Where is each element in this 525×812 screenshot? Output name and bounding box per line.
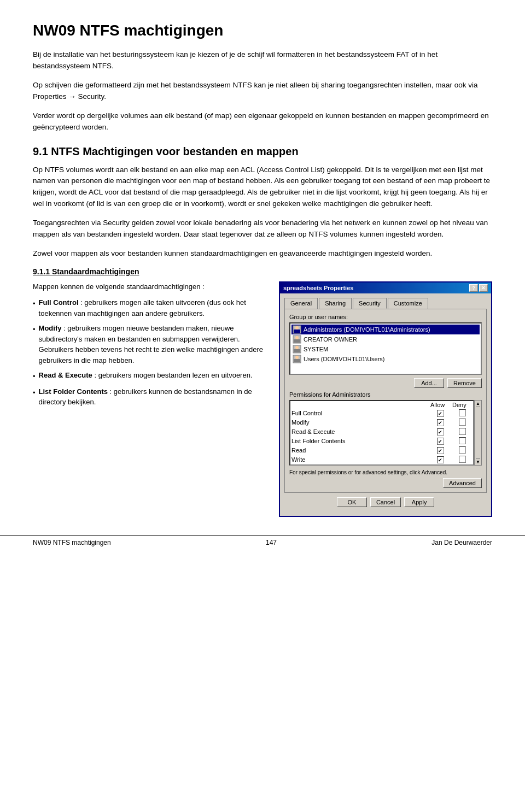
user-name-system: SYSTEM	[304, 346, 328, 352]
user-item-users[interactable]: Users (DOMIVOHTL01\Users)	[291, 354, 480, 364]
svg-point-8	[295, 346, 299, 349]
permissions-table-wrapper: Allow Deny Full Control ✔	[289, 400, 482, 466]
section-1-heading: 9.1 NTFS Machtigingen voor bestanden en …	[33, 145, 492, 158]
apply-button[interactable]: Apply	[404, 497, 434, 507]
permissions-table-inner: Allow Deny Full Control ✔	[289, 400, 474, 466]
perm-row-readexecute: Read & Execute ✔	[290, 427, 473, 437]
checkbox-allow-fullcontrol[interactable]: ✔	[437, 410, 444, 417]
dialog-title: spreadsheets Properties	[283, 285, 353, 291]
dialog-titlebar: spreadsheets Properties ? ✕	[280, 283, 491, 293]
col-permission	[290, 401, 429, 409]
bullet-dot: •	[33, 298, 36, 319]
scrollbar[interactable]: ▲ ▼	[474, 400, 482, 466]
remove-button[interactable]: Remove	[447, 378, 482, 388]
user-item-administrators[interactable]: Administrators (DOMIVOHTL01\Administrato…	[291, 325, 480, 334]
list-item-text: Modify : gebruikers mogen nieuwe bestand…	[39, 323, 266, 366]
cancel-button[interactable]: Cancel	[370, 497, 401, 507]
checkbox-deny-readexecute[interactable]	[459, 428, 466, 435]
user-icon-system	[293, 345, 301, 354]
tab-security[interactable]: Security	[353, 298, 387, 309]
checkbox-deny-modify[interactable]	[459, 419, 466, 426]
svg-point-2	[295, 326, 299, 329]
perm-allow-read[interactable]: ✔	[429, 446, 451, 455]
checkbox-allow-listfolder[interactable]: ✔	[437, 438, 444, 445]
perm-allow-write[interactable]: ✔	[429, 455, 451, 464]
list-item-readexecute: • Read & Execute : gebruikers mogen best…	[33, 370, 266, 382]
special-perms-text: For special permissions or for advanced …	[289, 469, 482, 476]
checkbox-allow-readexecute[interactable]: ✔	[437, 428, 444, 436]
security-panel: Group or user names: Administrators (DOM…	[284, 309, 487, 493]
svg-rect-7	[294, 349, 300, 352]
list-item-listfolder: • List Folder Contents : gebruikers kunn…	[33, 386, 266, 408]
footer-left: NW09 NTFS machtigingen	[33, 539, 111, 546]
user-name-users: Users (DOMIVOHTL01\Users)	[304, 356, 385, 362]
ok-button[interactable]: OK	[337, 497, 367, 507]
perm-deny-fullcontrol[interactable]	[451, 409, 473, 418]
col-deny: Deny	[451, 401, 473, 409]
list-item-text: Read & Execute : gebruikers mogen bestan…	[39, 370, 253, 382]
perm-name-modify: Modify	[290, 418, 429, 427]
user-item-system[interactable]: SYSTEM	[291, 344, 480, 354]
term-listfolder: List Folder Contents	[39, 387, 108, 396]
scroll-down[interactable]: ▼	[476, 458, 480, 465]
section1-para-2: Toegangsrechten via Security gelden zowe…	[33, 217, 492, 240]
dialog-bottom-buttons: OK Cancel Apply	[284, 497, 487, 511]
user-icon-admin	[293, 325, 301, 334]
footer-right: Jan De Deurwaerder	[431, 539, 492, 546]
group-label: Group or user names:	[289, 314, 482, 320]
bullet-list: • Full Control : gebruikers mogen alle t…	[33, 297, 266, 408]
perm-name-write: Write	[290, 455, 429, 464]
checkbox-deny-listfolder[interactable]	[459, 437, 466, 444]
paragraph-2: Op schijven die geformatteerd zijn met h…	[33, 80, 492, 103]
permissions-label: Permissions for Administrators	[289, 391, 482, 398]
help-button[interactable]: ?	[469, 284, 478, 292]
list-item-fullcontrol: • Full Control : gebruikers mogen alle t…	[33, 297, 266, 319]
advanced-button[interactable]: Advanced	[443, 478, 482, 488]
perm-allow-fullcontrol[interactable]: ✔	[429, 409, 451, 418]
bullet-dot: •	[33, 371, 36, 382]
checkbox-allow-read[interactable]: ✔	[437, 447, 444, 454]
col-allow: Allow	[429, 401, 451, 409]
add-remove-row: Add... Remove	[289, 378, 482, 388]
user-item-creator[interactable]: CREATOR OWNER	[291, 334, 480, 344]
page-footer: NW09 NTFS machtigingen 147 Jan De Deurwa…	[0, 535, 525, 550]
svg-rect-10	[294, 359, 300, 362]
close-button[interactable]: ✕	[479, 284, 488, 292]
perm-deny-read[interactable]	[451, 446, 473, 455]
user-list-box[interactable]: Administrators (DOMIVOHTL01\Administrato…	[289, 322, 482, 375]
user-name-creator: CREATOR OWNER	[304, 336, 357, 343]
subsection-heading: 9.1.1 Standaardmachtigingen	[33, 267, 492, 276]
svg-rect-1	[294, 329, 300, 333]
perm-row-write: Write ✔	[290, 455, 473, 464]
section1-para-3: Zowel voor mappen als voor bestanden kun…	[33, 248, 492, 260]
page-container: NW09 NTFS machtigingen Bij de installati…	[0, 0, 525, 550]
bullet-dot: •	[33, 324, 36, 366]
perm-deny-listfolder[interactable]	[451, 437, 473, 446]
perm-allow-modify[interactable]: ✔	[429, 418, 451, 427]
checkbox-deny-read[interactable]	[459, 446, 466, 454]
user-name-administrators: Administrators (DOMIVOHTL01\Administrato…	[304, 326, 430, 333]
titlebar-buttons: ? ✕	[469, 284, 488, 292]
perm-name-read: Read	[290, 446, 429, 455]
page-title: NW09 NTFS machtigingen	[33, 22, 492, 39]
checkbox-allow-modify[interactable]: ✔	[437, 419, 444, 426]
tab-sharing[interactable]: Sharing	[319, 298, 352, 309]
paragraph-3: Verder wordt op dergelijke volumes aan e…	[33, 110, 492, 133]
perm-deny-modify[interactable]	[451, 418, 473, 427]
scroll-up[interactable]: ▲	[476, 401, 480, 407]
perm-deny-readexecute[interactable]	[451, 427, 473, 437]
perm-allow-listfolder[interactable]: ✔	[429, 437, 451, 446]
perm-name-listfolder: List Folder Contents	[290, 437, 429, 446]
checkbox-deny-fullcontrol[interactable]	[459, 409, 466, 416]
term-fullcontrol: Full Control	[39, 298, 79, 307]
perm-allow-readexecute[interactable]: ✔	[429, 427, 451, 437]
svg-point-5	[295, 336, 299, 339]
tab-general[interactable]: General	[284, 298, 318, 309]
perm-deny-write[interactable]	[451, 455, 473, 464]
bullet-dot: •	[33, 387, 36, 408]
user-icon-creator	[293, 335, 301, 344]
checkbox-deny-write[interactable]	[459, 456, 466, 463]
add-button[interactable]: Add...	[414, 378, 444, 388]
checkbox-allow-write[interactable]: ✔	[437, 456, 444, 463]
tab-customize[interactable]: Customize	[388, 298, 428, 309]
